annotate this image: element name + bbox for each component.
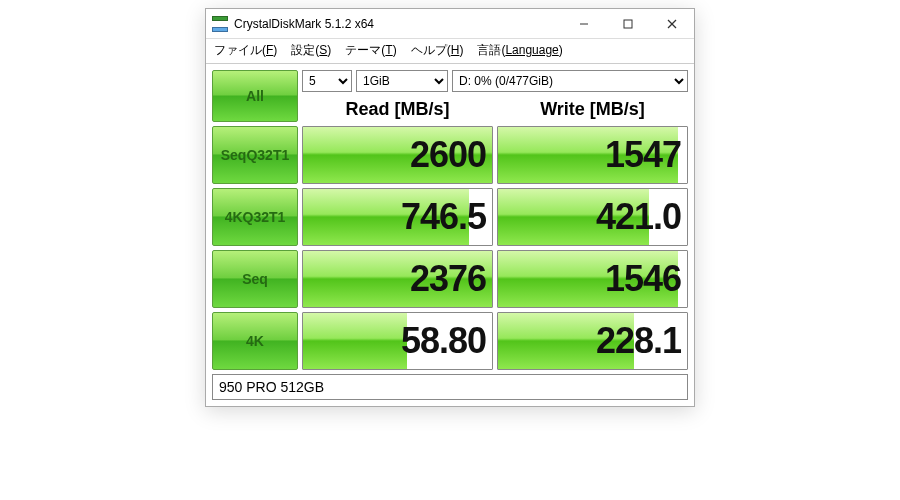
- menu-language[interactable]: 言語(Language): [477, 42, 562, 59]
- close-icon: [667, 19, 677, 29]
- window-title: CrystalDiskMark 5.1.2 x64: [234, 17, 562, 31]
- maximize-button[interactable]: [606, 9, 650, 38]
- minimize-button[interactable]: [562, 9, 606, 38]
- close-button[interactable]: [650, 9, 694, 38]
- write-result: 228.1: [497, 312, 688, 370]
- app-icon: [212, 16, 228, 32]
- write-result: 1547: [497, 126, 688, 184]
- menubar: ファイル(F) 設定(S) テーマ(T) ヘルプ(H) 言語(Language): [206, 39, 694, 64]
- read-result: 2376: [302, 250, 493, 308]
- drive-select[interactable]: D: 0% (0/477GiB): [452, 70, 688, 92]
- bench-row: Seq23761546: [212, 250, 688, 308]
- result-value: 228.1: [498, 313, 681, 369]
- run-test-button[interactable]: 4K: [212, 312, 298, 370]
- menu-settings[interactable]: 設定(S): [291, 42, 331, 59]
- app-window: CrystalDiskMark 5.1.2 x64 ファイル(F) 設定(S) …: [205, 8, 695, 407]
- read-result: 746.5: [302, 188, 493, 246]
- header-read: Read [MB/s]: [302, 94, 493, 120]
- test-count-select[interactable]: 5: [302, 70, 352, 92]
- minimize-icon: [579, 19, 589, 29]
- run-all-button[interactable]: All: [212, 70, 298, 122]
- result-value: 421.0: [498, 189, 681, 245]
- maximize-icon: [623, 19, 633, 29]
- menu-file[interactable]: ファイル(F): [214, 42, 277, 59]
- run-test-button[interactable]: Seq: [212, 250, 298, 308]
- comment-input[interactable]: [212, 374, 688, 400]
- run-test-button[interactable]: SeqQ32T1: [212, 126, 298, 184]
- header-write: Write [MB/s]: [497, 94, 688, 120]
- result-value: 58.80: [303, 313, 486, 369]
- titlebar: CrystalDiskMark 5.1.2 x64: [206, 9, 694, 39]
- menu-help[interactable]: ヘルプ(H): [411, 42, 464, 59]
- bench-row: 4KQ32T1746.5421.0: [212, 188, 688, 246]
- svg-rect-1: [624, 20, 632, 28]
- write-result: 1546: [497, 250, 688, 308]
- test-size-select[interactable]: 1GiB: [356, 70, 448, 92]
- result-value: 1547: [498, 127, 681, 183]
- result-value: 746.5: [303, 189, 486, 245]
- result-value: 2376: [303, 251, 486, 307]
- read-result: 58.80: [302, 312, 493, 370]
- result-value: 2600: [303, 127, 486, 183]
- bench-row: 4K58.80228.1: [212, 312, 688, 370]
- window-controls: [562, 9, 694, 38]
- client-area: All 5 1GiB D: 0% (0/477GiB) Read [MB/s] …: [206, 64, 694, 406]
- menu-theme[interactable]: テーマ(T): [345, 42, 396, 59]
- write-result: 421.0: [497, 188, 688, 246]
- result-value: 1546: [498, 251, 681, 307]
- run-test-button[interactable]: 4KQ32T1: [212, 188, 298, 246]
- read-result: 2600: [302, 126, 493, 184]
- bench-row: SeqQ32T126001547: [212, 126, 688, 184]
